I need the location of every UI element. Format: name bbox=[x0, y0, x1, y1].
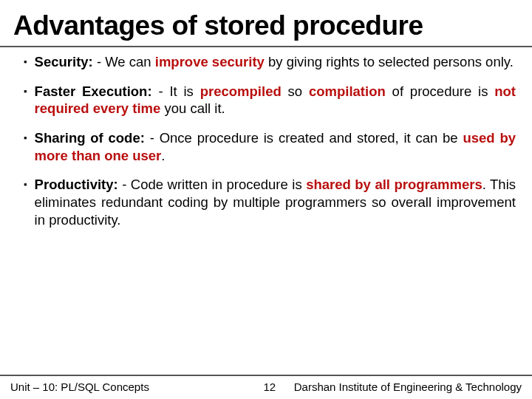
footer-page-number: 12 bbox=[149, 381, 294, 393]
footer-institute: Darshan Institute of Engineering & Techn… bbox=[294, 381, 522, 393]
list-item: ▪ Security: - We can improve security by… bbox=[24, 53, 516, 71]
bullet-marker-icon: ▪ bbox=[24, 176, 27, 228]
footer-unit: Unit – 10: PL/SQL Concepts bbox=[10, 381, 149, 393]
list-item: ▪ Faster Execution: - It is precompiled … bbox=[24, 83, 516, 117]
bullet-marker-icon: ▪ bbox=[24, 83, 27, 117]
list-item: ▪ Sharing of code: - Once procedure is c… bbox=[24, 129, 516, 164]
slide-title: Advantages of stored procedure bbox=[0, 0, 532, 47]
list-item: ▪ Productivity: - Code written in proced… bbox=[24, 176, 516, 228]
footer: Unit – 10: PL/SQL Concepts 12 Darshan In… bbox=[0, 375, 532, 399]
bullet-list: ▪ Security: - We can improve security by… bbox=[0, 53, 532, 228]
bullet-marker-icon: ▪ bbox=[24, 53, 27, 71]
bullet-marker-icon: ▪ bbox=[24, 129, 27, 164]
